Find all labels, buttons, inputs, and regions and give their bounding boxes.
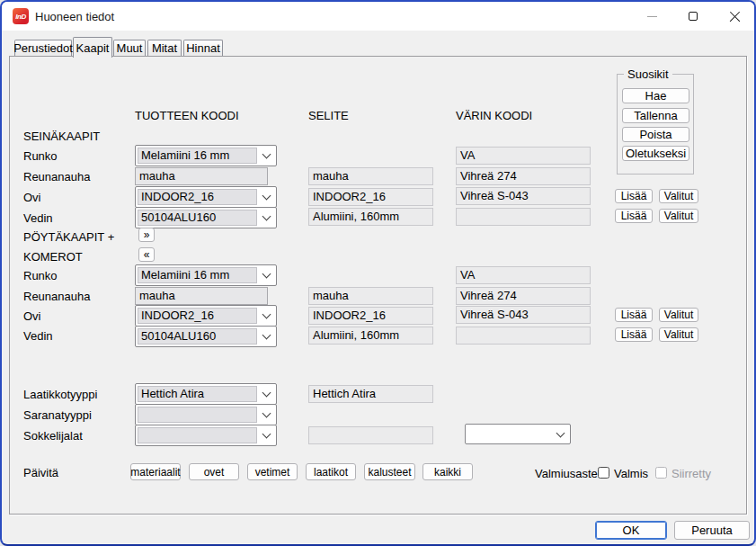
runko-combo-value: Melamiini 16 mm [138,148,257,164]
vedin-color-field [456,208,591,226]
tab-label: Kaapit [76,41,110,55]
update-ovet-button[interactable]: ovet [189,463,239,480]
dialog-window: InD Huoneen tiedot Perustiedot Kaapit Mu… [0,0,756,546]
saranatyyppi-combo[interactable] [135,404,277,425]
vedin-combo-value: 50104ALU160 [138,210,257,226]
chevron-down-icon [262,270,271,279]
window-title: Huoneen tiedot [35,10,114,23]
minimize-button [631,2,672,31]
cancel-button[interactable]: Peruuta [674,521,750,540]
ovi2-combo[interactable]: INDOOR2_16 [135,305,277,327]
vedin-selite-field: Alumiini, 160mm [308,208,433,226]
maximize-icon [689,12,698,21]
runko2-color-field: VA [456,266,591,284]
tab-label: Perustiedot [13,41,73,55]
tallenna-button[interactable]: Tallenna [622,108,689,123]
paivita-label: Päivitä [23,466,58,479]
valitut-button[interactable]: Valitut [659,327,698,342]
sokkelijalat-combo-value [138,427,257,443]
chevron-down-icon [262,310,271,319]
tab-hinnat[interactable]: Hinnat [183,40,223,56]
valmis-checkbox[interactable] [598,467,609,479]
reunanauha2-color-field: Vihreä 274 [456,287,591,305]
sokkelijalat-combo[interactable] [135,425,277,446]
tab-kaapit[interactable]: Kaapit [73,37,112,58]
chevron-down-icon [262,409,271,418]
ovi2-combo-value: INDOOR2_16 [138,308,257,324]
valitut-button[interactable]: Valitut [659,308,698,322]
lisaa-button[interactable]: Lisää [615,209,653,223]
chevron-down-icon [262,192,271,201]
ovi-label: Ovi [23,191,41,204]
tab-perustiedot[interactable]: Perustiedot [14,40,72,56]
chevron-down-icon [262,331,271,340]
runko2-label: Runko [23,269,58,282]
chevron-down-icon [262,389,271,398]
laatikkotyyppi-combo[interactable]: Hettich Atira [135,383,277,405]
vedin2-color-field [456,327,591,345]
lisaa-button[interactable]: Lisää [615,189,653,203]
laatikkotyyppi-combo-value: Hettich Atira [138,386,257,402]
vedin-combo[interactable]: 50104ALU160 [135,207,277,228]
laatikkotyyppi-label: Laatikkotyyppi [23,388,97,401]
poista-button[interactable]: Poista [622,127,689,142]
tab-muut[interactable]: Muut [113,40,146,56]
reunanauha-label: Reunanauha [23,170,90,183]
reunanauha-input[interactable]: mauha [135,167,268,185]
sokkelijalat-label: Sokkelijalat [23,429,83,443]
chevron-down-icon [262,430,271,439]
laatikkotyyppi-selite-field: Hettich Atira [308,385,433,403]
saranatyyppi-label: Saranatyyppi [23,408,92,422]
column-header-varin-koodi: VÄRIN KOODI [456,109,532,122]
sokkelijalat-color-combo[interactable] [465,424,571,444]
update-laatikot-button[interactable]: laatikot [306,463,356,480]
minimize-icon [647,16,657,17]
sokkelijalat-color-combo-value [467,426,551,442]
update-materiaalit-button[interactable]: materiaalit [130,463,181,480]
ovi-combo[interactable]: INDOOR2_16 [135,186,277,208]
runko-label: Runko [23,149,58,163]
runko-color-field: VA [456,147,591,165]
valmis-checkbox-label: Valmis [614,467,648,480]
ok-button[interactable]: OK [595,521,667,540]
vedin2-combo-value: 50104ALU160 [138,328,257,345]
siirretty-checkbox-label: Siirretty [672,467,711,480]
tab-label: Hinnat [186,41,220,55]
oletukseksi-button[interactable]: Oletukseksi [622,146,689,161]
reunanauha-color-field: Vihreä 274 [456,167,591,185]
titlebar: InD Huoneen tiedot [2,2,754,31]
ovi2-color-field: Vihreä S-043 [456,306,591,324]
update-vetimet-button[interactable]: vetimet [247,463,298,480]
section-heading-seinakaapit: SEINÄKAAPIT [23,130,100,143]
runko2-combo[interactable]: Melamiini 16 mm [135,264,277,286]
saranatyyppi-combo-value [138,407,257,423]
app-icon: InD [13,8,29,24]
reunanauha2-selite-field: mauha [308,287,433,305]
runko2-combo-value: Melamiini 16 mm [138,267,257,283]
chevron-down-icon [262,150,271,159]
valmiusaste-label: Valmiusaste [535,467,598,480]
tab-label: Muut [117,41,143,55]
maximize-button[interactable] [672,2,714,31]
hae-button[interactable]: Hae [622,88,689,103]
sokkelijalat-selite-field [308,426,433,444]
vedin2-combo[interactable]: 50104ALU160 [135,326,277,347]
lisaa-button[interactable]: Lisää [615,308,653,322]
lisaa-button[interactable]: Lisää [615,327,653,342]
update-kaikki-button[interactable]: kaikki [422,463,473,480]
ovi-color-field: Vihreä S-043 [456,187,591,205]
tab-mitat[interactable]: Mitat [147,40,182,56]
vedin-label: Vedin [23,211,53,225]
update-kalusteet-button[interactable]: kalusteet [364,463,415,480]
transfer-left-button[interactable]: « [138,247,155,262]
close-button[interactable] [714,2,755,31]
ovi2-label: Ovi [23,309,41,323]
transfer-right-button[interactable]: » [138,228,155,242]
valitut-button[interactable]: Valitut [659,189,698,203]
valitut-button[interactable]: Valitut [659,209,698,223]
runko-combo[interactable]: Melamiini 16 mm [135,145,277,166]
reunanauha2-input[interactable]: mauha [135,287,268,305]
ovi-selite-field: INDOOR2_16 [308,188,433,206]
ovi-combo-value: INDOOR2_16 [138,189,257,205]
reunanauha2-label: Reunanauha [23,290,90,303]
